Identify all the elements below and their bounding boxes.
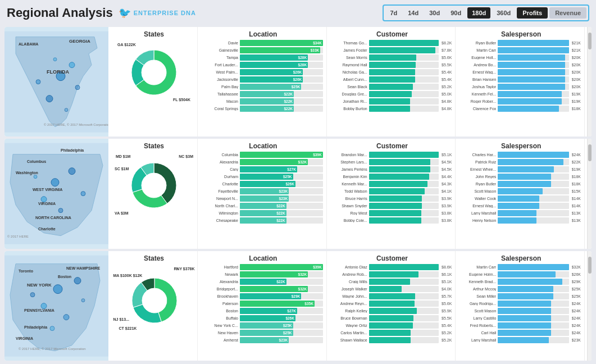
svg-text:Boston: Boston (58, 274, 71, 278)
scroll-thumb (588, 33, 592, 49)
customer-value: $3.9K (442, 197, 452, 201)
sales-value: $29K (572, 280, 581, 284)
bar-label: Kenneth Brad... (461, 280, 496, 284)
salesperson-title: Salesperson (461, 254, 581, 262)
location-northeast: Location Hartford $39K Newark $32K Alexa… (200, 251, 327, 361)
states-title: States (144, 142, 164, 150)
svg-text:FLORIDA: FLORIDA (47, 69, 69, 75)
bar-fill (498, 315, 551, 321)
bar-track (369, 62, 439, 68)
sales-value: $24K (572, 324, 581, 327)
bar-track: $25K (240, 330, 323, 336)
bar-track: $22K (240, 106, 323, 112)
bar-label: Wayne John... (333, 294, 367, 298)
bar-row: Wilmington $22K (203, 210, 323, 216)
bar-row: Shawn Wallace $5.2K (333, 337, 452, 343)
bar-label: Craig Mills (333, 280, 367, 284)
bar-label: New York C... (203, 324, 238, 327)
bar-label: Brookhaven (203, 294, 238, 298)
sales-value: $19K (572, 99, 581, 103)
bar-fill (369, 54, 417, 61)
region-row-northeast: Toronto NEW HAMPSHIRE Boston NEW YORK PE… (4, 251, 592, 361)
bar-track (498, 210, 568, 216)
bar-track (369, 98, 439, 104)
bar-label: Tallahassee (203, 92, 238, 96)
bar-track (498, 174, 568, 180)
time-btn-90d[interactable]: 90d (446, 7, 466, 19)
bar-label: Sean Morris (333, 56, 367, 60)
tab-revenue[interactable]: Revenue (549, 7, 586, 19)
customer-value: $3.8K (442, 219, 452, 222)
bar-value: $28K (298, 63, 307, 67)
sales-value: $24K (572, 331, 581, 335)
bar-row: North Charl... $22K (203, 203, 323, 209)
bar-row: Thomas Go... $8.2K (333, 40, 452, 46)
customer-value: $8.2K (442, 41, 452, 45)
bar-label: Fred Roberts... (461, 324, 496, 327)
bar-track (369, 286, 439, 292)
tab-profits[interactable]: Profits (517, 7, 548, 19)
svg-point-34 (81, 298, 85, 302)
scroll-indicator[interactable] (587, 251, 592, 361)
bar-value: $25K (283, 324, 292, 327)
sales-value: $25K (572, 294, 581, 298)
bar-track (498, 301, 568, 307)
bar-track (498, 286, 568, 292)
bar-row: Wayne Ortiz $5.4K (333, 322, 452, 329)
bar-label: Benjamin Kim (333, 175, 367, 179)
bar-label: Fort Lauder... (203, 63, 238, 67)
customer-value: $5.4K (442, 78, 452, 81)
bar-row: Craig Mills $5.1K (333, 279, 452, 285)
bar-value: $39K (313, 265, 322, 269)
bar-label: Walter Cook (461, 197, 496, 201)
bar-label: Macon (203, 99, 238, 103)
bar-fill (498, 330, 551, 336)
time-btn-14d[interactable]: 14d (403, 7, 423, 19)
bar-fill (369, 106, 410, 112)
bar-track (369, 301, 439, 307)
region-row-florida: ALABAMA GEORGIA FLORIDA © 2017 HERE, © 2… (4, 27, 592, 136)
bar-value: $23K (279, 189, 288, 193)
bar-label: Alexandria (203, 280, 238, 284)
bar-label: Bobby Burton (333, 107, 367, 111)
bar-track: $22K (240, 203, 323, 209)
sales-value: $24K (572, 153, 581, 157)
bar-row: Ryan Butler $21K (461, 40, 581, 46)
bar-row: Andrew Reyn... $5.6K (333, 301, 452, 307)
bar-track: $25K (240, 174, 323, 180)
bar-row: Buffalo $26K (203, 315, 323, 321)
bar-row: Fred Roberts... $24K (461, 322, 581, 329)
bar-label: New Haven (203, 331, 238, 335)
bar-track (498, 217, 568, 224)
bar-track (369, 308, 439, 314)
page-title: Regional Analysis (7, 6, 113, 20)
time-btn-7d[interactable]: 7d (385, 7, 402, 19)
time-btn-30d[interactable]: 30d (425, 7, 444, 19)
bar-row: Gary Rodrigu... $24K (461, 301, 581, 307)
time-btn-180d[interactable]: 180d (467, 7, 490, 19)
scroll-indicator[interactable] (587, 139, 592, 248)
bar-track (369, 322, 439, 329)
bar-fill: $26K (240, 76, 303, 83)
scroll-indicator[interactable] (587, 27, 592, 136)
bar-label: Stephen Lars... (333, 160, 367, 164)
bar-row: Clarence Fox $18K (461, 106, 581, 112)
customer-value: $4.1K (442, 189, 452, 193)
bar-row: Brookhaven $29K (203, 293, 323, 299)
bar-track (498, 188, 568, 194)
bar-label: Durham (203, 175, 238, 179)
sales-value: $18K (572, 107, 581, 111)
customer-value: $5.9K (442, 309, 452, 313)
bar-value: $32K (298, 160, 307, 164)
bar-fill: $26K (240, 315, 295, 321)
bar-fill (498, 264, 568, 270)
bar-fill (369, 181, 427, 187)
svg-point-31 (63, 314, 69, 320)
location-florida: Location Davie $34K Gainesville $33K Tam… (200, 27, 327, 136)
bar-row: Henry Nelson $13K (461, 217, 581, 224)
bar-label: Ralph Kelley (333, 309, 367, 313)
region-row-carolina: Columbus Philadelphia Washington WEST VI… (4, 139, 592, 248)
bar-label: North Charl... (203, 204, 238, 208)
bar-row: Ryan Butler $18K (461, 181, 581, 187)
time-btn-360d[interactable]: 360d (492, 7, 515, 19)
